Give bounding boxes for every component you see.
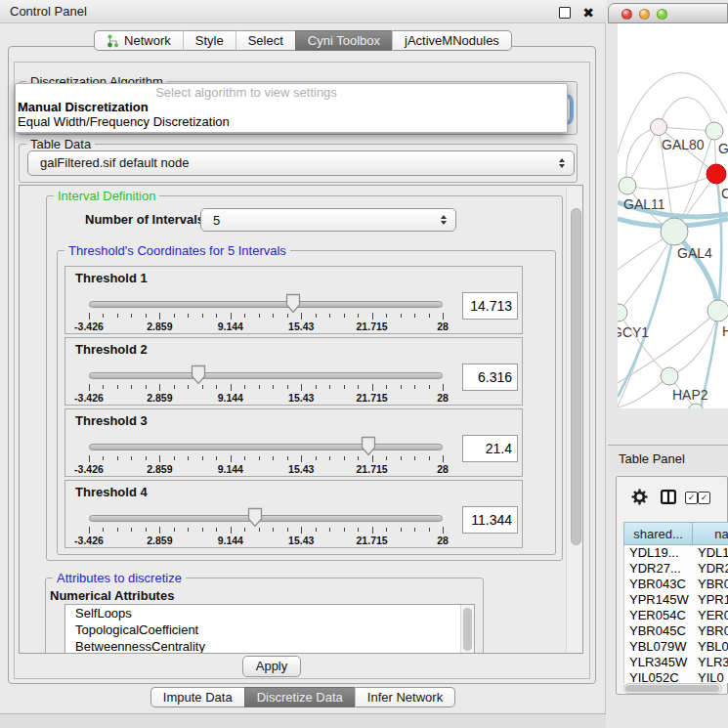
checkbox-icon[interactable]: ✓ (685, 492, 698, 504)
tick-label: 28 (437, 535, 449, 546)
table-hscroll-thumb[interactable] (625, 685, 719, 692)
table-rows: YDL19...YDL1YDR27...YDR2YBR043CYBR0YPR14… (623, 545, 728, 683)
tick-mark (146, 385, 147, 389)
table-row[interactable]: YBR045CYBR0 (624, 623, 728, 639)
threshold-value-field[interactable]: 21.4 (462, 435, 518, 462)
tick-mark (358, 385, 359, 389)
tick-label: 9.144 (218, 392, 243, 404)
traffic-light-minimize[interactable] (639, 9, 650, 20)
network-node-c[interactable] (707, 164, 726, 184)
tick-mark (103, 385, 104, 389)
pane-scrollbar-thumb[interactable] (571, 208, 581, 545)
bottom-tab-infer-network[interactable]: Infer Network (355, 687, 455, 707)
threshold-value-field[interactable]: 6.316 (462, 364, 518, 391)
attribute-item-selfloops[interactable]: SelfLoops (65, 605, 474, 621)
column-view-icon[interactable] (660, 489, 677, 505)
threshold-slider-thumb[interactable] (361, 436, 376, 456)
tick-mark (301, 527, 302, 534)
tick-mark (429, 385, 430, 389)
tab-select[interactable]: Select (236, 30, 295, 51)
network-node-gal80[interactable] (651, 119, 667, 136)
network-edge[interactable] (669, 311, 718, 376)
tab-label: Infer Network (367, 690, 443, 705)
network-node-gal4[interactable] (661, 218, 688, 245)
bottom-tab-impute-data[interactable]: Impute Data (150, 687, 244, 707)
threshold-label: Threshold 3 (75, 413, 148, 428)
threshold-slider-track[interactable] (89, 372, 443, 379)
tick-label: -3.426 (74, 463, 104, 475)
group-title: Table Data (26, 137, 95, 151)
tick-mark (159, 384, 160, 391)
table-row[interactable]: YBR043CYBR0 (624, 577, 728, 592)
tick-mark (401, 385, 402, 389)
table-row[interactable]: YER054CYER0 (624, 608, 728, 623)
tick-mark (103, 314, 104, 318)
tick-label: 21.715 (357, 463, 388, 475)
list-scrollbar-thumb[interactable] (463, 608, 472, 651)
apply-button[interactable]: Apply (242, 656, 301, 677)
network-edge[interactable] (627, 174, 716, 189)
number-of-intervals-label: Number of Intervals (85, 212, 204, 227)
column-header-na[interactable]: na (693, 522, 728, 545)
traffic-light-zoom[interactable] (657, 9, 667, 20)
threshold-slider-thumb[interactable] (191, 364, 206, 385)
tab-jactivemnodules[interactable]: jActiveMNodules (392, 30, 512, 51)
tab-network[interactable]: Network (94, 30, 183, 51)
gear-icon[interactable] (631, 489, 648, 505)
float-window-icon[interactable] (559, 7, 571, 19)
group-title: Threshold's Coordinates for 5 Intervals (64, 243, 290, 258)
tick-mark (386, 456, 387, 460)
threshold-slider-track[interactable] (89, 444, 443, 450)
number-of-intervals-spinner[interactable]: 5 (200, 208, 456, 232)
network-canvas[interactable]: GAL80GACGAL11GAL4GCY1HHAP2 (618, 23, 728, 408)
tick-mark (414, 528, 415, 532)
checkbox-icon[interactable]: ✓ (698, 492, 710, 504)
network-node-ga[interactable] (706, 122, 723, 140)
threshold-value-field[interactable]: 11.344 (462, 506, 518, 534)
tab-style[interactable]: Style (183, 30, 236, 51)
dropdown-option-manual-discretization[interactable]: Manual Discretization (16, 100, 567, 114)
tab-label: Select (248, 33, 283, 48)
threshold-slider-thumb[interactable] (285, 293, 301, 314)
table-row[interactable]: YBL079WYBL0 (624, 639, 728, 655)
network-node-gcy1[interactable] (618, 304, 627, 321)
table-row[interactable]: YPR145WYPR1 (624, 592, 728, 608)
table-cell: YBL0 (694, 639, 728, 655)
table-row[interactable]: YIL052CYIL0 (624, 670, 728, 683)
table-header-row: shared...na (623, 522, 728, 545)
threshold-value-field[interactable]: 14.713 (462, 292, 518, 320)
table-row[interactable]: YLR345WYLR3 (624, 655, 728, 670)
table-row[interactable]: YDL19...YDL1 (624, 545, 728, 561)
table-row[interactable]: YDR27...YDR2 (624, 561, 728, 577)
traffic-light-close[interactable] (621, 9, 632, 20)
tick-mark (159, 527, 160, 534)
attribute-item-topologicalcoefficient[interactable]: TopologicalCoefficient (65, 621, 474, 638)
tab-label: Network (124, 33, 171, 48)
threshold-slider-thumb[interactable] (247, 507, 263, 528)
tab-cyni-toolbox[interactable]: Cyni Toolbox (295, 30, 392, 51)
tick-label: 28 (437, 321, 449, 332)
spinner-value: 5 (213, 209, 220, 233)
network-node-hap2[interactable] (661, 367, 678, 385)
column-header-shared-[interactable]: shared... (623, 522, 693, 545)
threshold-panel-3: Threshold 3-3.4262.8599.14415.4321.71528… (64, 408, 523, 477)
pane-scrollbar (566, 187, 583, 653)
bottom-tab-discretize-data[interactable]: Discretize Data (244, 687, 355, 707)
tick-mark (131, 385, 132, 389)
tick-mark (231, 313, 232, 320)
network-edge[interactable] (627, 127, 659, 186)
combo-arrows-icon (559, 158, 565, 168)
table-panel-titlebar: Table Panel (608, 445, 728, 472)
group-title: Interval Definition (54, 189, 159, 203)
table-data-combobox[interactable]: galFiltered.sif default node (27, 150, 575, 176)
close-icon[interactable]: ✖ (582, 1, 594, 24)
dropdown-option-equal-width-frequency-discretization[interactable]: Equal Width/Frequency Discretization (16, 114, 567, 129)
tick-mark (244, 456, 245, 460)
network-node-gal11[interactable] (619, 177, 636, 194)
table-cell: YDR27... (624, 561, 694, 577)
attribute-item-betweennesscentrality[interactable]: BetweennessCentrality (65, 638, 474, 654)
network-node-h[interactable] (707, 300, 728, 321)
threshold-slider-track[interactable] (89, 301, 443, 308)
threshold-slider-track[interactable] (89, 515, 443, 522)
dropdown-header: Select algorithm to view settings (16, 84, 567, 100)
